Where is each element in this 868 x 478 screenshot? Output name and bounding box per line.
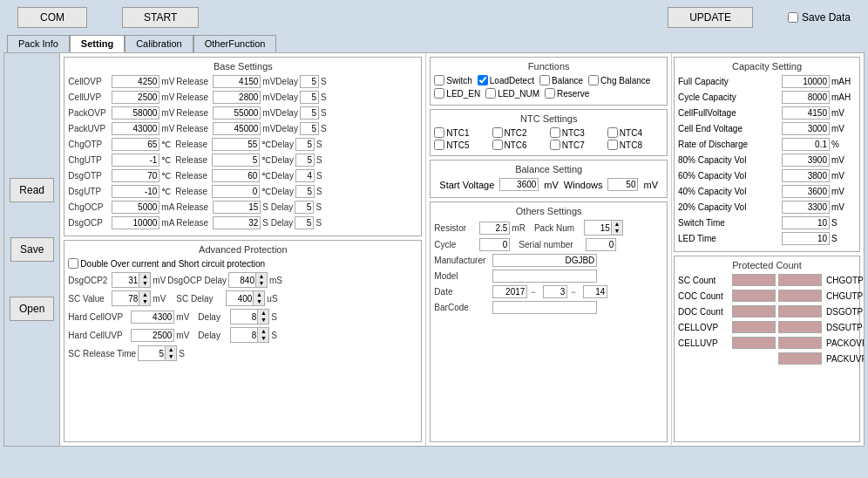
update-button[interactable]: UPDATE [668, 7, 753, 28]
chg-otp-input[interactable] [112, 138, 159, 151]
cell-end-voltage-input[interactable] [782, 122, 830, 135]
led-num-checkbox[interactable] [485, 88, 496, 99]
dsg-utp-release-input[interactable] [212, 185, 260, 198]
hard-cell-ovp-input[interactable] [131, 311, 174, 324]
pack-num-input[interactable] [585, 222, 611, 234]
cell-uvp-release-input[interactable] [213, 91, 261, 104]
barcode-input[interactable] [492, 301, 597, 314]
full-capacity-input[interactable] [782, 75, 830, 88]
sc-value-up[interactable]: ▲ [139, 291, 150, 298]
dsg-ocp2-up[interactable]: ▲ [139, 273, 150, 280]
sc-release-up[interactable]: ▲ [166, 346, 176, 353]
ntc7-checkbox[interactable] [550, 140, 560, 150]
cell-ovp-release-input[interactable] [213, 75, 261, 88]
chg-ocp-delay-input[interactable] [295, 201, 314, 214]
chg-balance-checkbox[interactable] [588, 75, 599, 85]
hard-cell-ovp-delay-input[interactable] [231, 311, 257, 323]
dsg-otp-input[interactable] [112, 169, 159, 182]
cap-80-input[interactable] [782, 154, 830, 167]
ntc6-checkbox[interactable] [492, 140, 503, 150]
ntc8-checkbox[interactable] [607, 140, 618, 150]
chg-otp-release-input[interactable] [212, 138, 260, 151]
chg-utp-release-input[interactable] [212, 154, 260, 167]
double-over-current-checkbox[interactable] [68, 258, 78, 269]
dsg-ocp2-down[interactable]: ▼ [139, 280, 150, 287]
manufacturer-input[interactable] [492, 254, 597, 267]
led-time-input[interactable] [782, 232, 830, 245]
tab-setting[interactable]: Setting [70, 35, 125, 52]
reserve-checkbox[interactable] [545, 88, 555, 99]
date-month-input[interactable] [543, 285, 567, 298]
pack-ovp-input[interactable] [112, 106, 159, 120]
dsg-utp-input[interactable] [112, 185, 159, 198]
chg-utp-input[interactable] [112, 154, 159, 167]
tab-pack-info[interactable]: Pack Info [7, 35, 70, 52]
cell-uvp-input[interactable] [112, 91, 159, 104]
sc-delay-input[interactable] [227, 293, 253, 304]
dsg-ocp-release-input[interactable] [213, 216, 261, 229]
date-day-input[interactable] [583, 285, 607, 298]
model-input[interactable] [492, 270, 597, 283]
dsg-ocp-input[interactable] [112, 216, 159, 229]
sc-value-input[interactable] [112, 293, 139, 304]
hard-cell-ovp-delay-down[interactable]: ▼ [258, 317, 268, 324]
dsg-otp-release-input[interactable] [212, 169, 260, 182]
chg-ocp-input[interactable] [112, 201, 159, 214]
hard-cell-uvp-delay-input[interactable] [231, 330, 257, 341]
load-detect-checkbox[interactable] [478, 75, 488, 85]
dsg-ocp-delay-down[interactable]: ▼ [256, 280, 267, 287]
sc-release-down[interactable]: ▼ [166, 353, 176, 360]
cap-60-input[interactable] [782, 169, 830, 182]
pack-uvp-delay-input[interactable] [300, 122, 319, 135]
pack-uvp-input[interactable] [112, 122, 159, 135]
led-en-checkbox[interactable] [434, 88, 444, 99]
ntc3-checkbox[interactable] [550, 127, 560, 138]
switch-time-input[interactable] [782, 216, 830, 229]
serial-number-input[interactable] [586, 238, 616, 251]
pack-num-up[interactable]: ▲ [612, 221, 622, 228]
com-button[interactable]: COM [17, 7, 87, 28]
chg-utp-delay-input[interactable] [295, 154, 315, 167]
sc-value-down[interactable]: ▼ [139, 298, 150, 305]
chg-ocp-release-input[interactable] [213, 201, 261, 214]
save-data-checkbox[interactable] [788, 12, 798, 23]
ntc1-checkbox[interactable] [434, 127, 444, 138]
open-button[interactable]: Open [10, 297, 54, 321]
dsg-ocp-delay-input[interactable] [295, 216, 314, 229]
cell-ovp-input[interactable] [112, 75, 159, 88]
pack-num-down[interactable]: ▼ [612, 228, 622, 235]
cap-20-input[interactable] [782, 201, 830, 214]
dsg-otp-delay-input[interactable] [295, 169, 315, 182]
hard-cell-uvp-delay-down[interactable]: ▼ [258, 335, 268, 342]
rate-of-discharge-input[interactable] [782, 138, 830, 151]
hard-cell-uvp-input[interactable] [131, 329, 174, 342]
sc-delay-down[interactable]: ▼ [254, 298, 264, 305]
cycle-input[interactable] [479, 238, 510, 251]
balance-checkbox[interactable] [539, 75, 550, 85]
cap-40-input[interactable] [782, 185, 830, 198]
cell-ovp-delay-input[interactable] [300, 75, 319, 88]
cell-uvp-delay-input[interactable] [300, 91, 319, 104]
dsg-ocp2-input[interactable] [112, 275, 139, 286]
save-button[interactable]: Save [10, 237, 54, 262]
switch-checkbox[interactable] [434, 75, 444, 85]
start-button[interactable]: START [122, 7, 199, 28]
hard-cell-ovp-delay-up[interactable]: ▲ [258, 310, 268, 317]
tab-calibration[interactable]: Calibration [125, 35, 193, 52]
ntc4-checkbox[interactable] [607, 127, 618, 138]
windows-input[interactable] [607, 178, 638, 191]
pack-ovp-release-input[interactable] [213, 106, 261, 120]
date-year-input[interactable] [492, 285, 527, 298]
read-button[interactable]: Read [10, 178, 54, 202]
dsg-ocp-delay-input2[interactable] [229, 275, 255, 286]
ntc5-checkbox[interactable] [434, 140, 444, 150]
pack-uvp-release-input[interactable] [213, 122, 261, 135]
resistor-input[interactable] [479, 222, 510, 235]
hard-cell-uvp-delay-up[interactable]: ▲ [258, 328, 268, 335]
cell-full-voltage-input[interactable] [782, 106, 830, 120]
sc-release-input[interactable] [139, 348, 165, 359]
pack-ovp-delay-input[interactable] [300, 106, 319, 120]
ntc2-checkbox[interactable] [492, 127, 503, 138]
start-voltage-input[interactable] [499, 178, 539, 191]
sc-delay-up[interactable]: ▲ [254, 291, 264, 298]
